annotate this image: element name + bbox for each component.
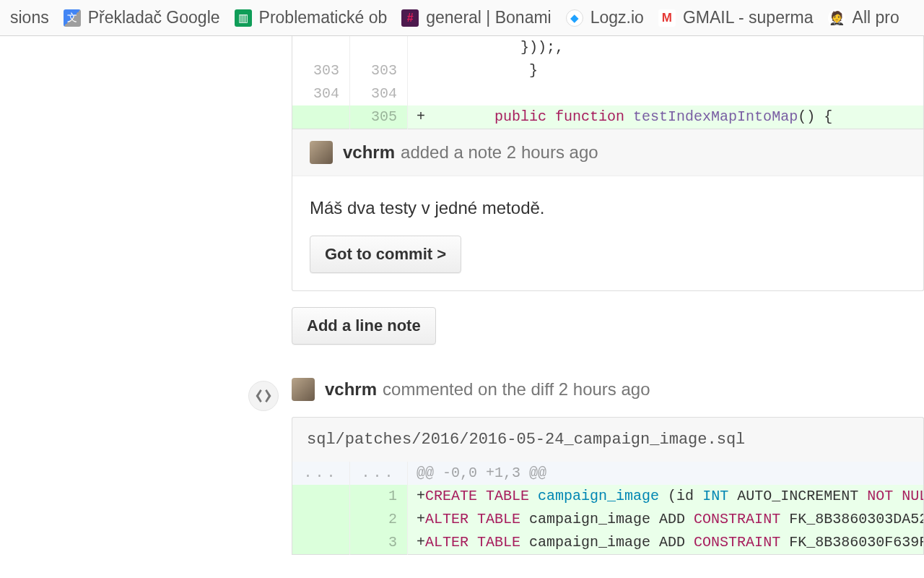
hunk-text: @@ -0,0 +1,3 @@ xyxy=(408,462,924,485)
sheets-icon xyxy=(235,9,252,27)
avatar xyxy=(310,141,333,164)
add-line-note-button[interactable]: Add a line note xyxy=(292,307,436,345)
diff-row: 305+ public function testIndexMapIntoMap… xyxy=(292,105,924,129)
timeline-header: vchrm commented on the diff 2 hours ago xyxy=(292,378,924,401)
comment-body: Máš dva testy v jedné metodě. xyxy=(292,176,923,236)
timeline-event: vchrm commented on the diff 2 hours ago … xyxy=(292,378,924,555)
line-number-old[interactable] xyxy=(292,531,350,555)
bookmark-item[interactable]: All pro xyxy=(821,0,907,35)
bookmark-item[interactable]: Překladač Google xyxy=(56,0,227,35)
bookmark-item[interactable]: GMAIL - superma xyxy=(651,0,821,35)
code-line: +ALTER TABLE campaign_image ADD CONSTRAI… xyxy=(408,531,924,555)
line-number-old[interactable] xyxy=(292,508,350,531)
jenkins-icon xyxy=(828,9,845,27)
diff-hunk-header: ... ... @@ -0,0 +1,3 @@ xyxy=(292,462,924,485)
line-number-old[interactable]: 304 xyxy=(292,82,350,105)
diff-row: 303303 } xyxy=(292,59,924,82)
bookmark-label: Logz.io xyxy=(590,8,644,27)
line-number-old[interactable]: 303 xyxy=(292,59,350,82)
bookmark-label: sions xyxy=(10,8,49,27)
line-number-new[interactable]: 3 xyxy=(350,531,408,555)
code-line: }));, xyxy=(408,36,924,59)
bookmark-item[interactable]: general | Bonami xyxy=(394,0,558,35)
line-number-old[interactable] xyxy=(292,105,350,129)
logz-icon xyxy=(566,9,583,27)
bookmark-item[interactable]: Problematické ob xyxy=(227,0,395,35)
diff-row: 304304 xyxy=(292,82,924,105)
line-number-new[interactable]: 304 xyxy=(350,82,408,105)
code-line xyxy=(408,82,924,105)
file-path[interactable]: sql/patches/2016/2016-05-24_campaign_ima… xyxy=(292,417,924,462)
avatar xyxy=(292,378,315,401)
line-number-old[interactable] xyxy=(292,485,350,508)
line-number-new[interactable]: 303 xyxy=(350,59,408,82)
diff-row: 3+ALTER TABLE campaign_image ADD CONSTRA… xyxy=(292,531,924,555)
comment-time[interactable]: 2 hours ago xyxy=(507,142,598,163)
bookmark-label: Překladač Google xyxy=(88,8,220,27)
diff-icon xyxy=(248,381,279,411)
timeline-time[interactable]: 2 hours ago xyxy=(559,379,650,400)
line-number-new[interactable]: 1 xyxy=(350,485,408,508)
bookmark-label: All pro xyxy=(853,8,899,27)
line-number-new[interactable]: 2 xyxy=(350,508,408,531)
go-to-commit-button[interactable]: Got to commit > xyxy=(310,236,461,273)
code-line: +CREATE TABLE campaign_image (id INT AUT… xyxy=(408,485,924,508)
comment-author[interactable]: vchrm xyxy=(343,142,395,163)
timeline-action: commented on the diff xyxy=(383,379,554,400)
line-number-new[interactable]: 305 xyxy=(350,105,408,129)
diff-row: 2+ALTER TABLE campaign_image ADD CONSTRA… xyxy=(292,508,924,531)
diff-row: 1+CREATE TABLE campaign_image (id INT AU… xyxy=(292,485,924,508)
bookmark-item[interactable]: sions xyxy=(3,0,56,35)
code-line: +ALTER TABLE campaign_image ADD CONSTRAI… xyxy=(408,508,924,531)
inline-comment: vchrm added a note 2 hours ago Máš dva t… xyxy=(292,129,924,291)
bookmark-label: Problematické ob xyxy=(259,8,388,27)
bookmark-label: GMAIL - superma xyxy=(683,8,814,27)
code-line: + public function testIndexMapIntoMap() … xyxy=(408,105,924,129)
diff-row: }));, xyxy=(292,36,924,59)
diff-table-1: }));, 303303 }304304 305+ public functio… xyxy=(292,36,924,129)
gmail-icon xyxy=(658,9,676,27)
inline-comment-header: vchrm added a note 2 hours ago xyxy=(292,129,923,176)
bookmark-label: general | Bonami xyxy=(426,8,551,27)
slack-icon xyxy=(401,9,419,27)
gtranslate-icon xyxy=(64,9,81,27)
bookmark-item[interactable]: Logz.io xyxy=(559,0,651,35)
code-line: } xyxy=(408,59,924,82)
comment-action: added a note xyxy=(401,142,502,163)
bookmarks-bar: sionsPřekladač GoogleProblematické obgen… xyxy=(0,0,924,36)
timeline-author[interactable]: vchrm xyxy=(325,379,377,400)
diff-table-2: ... ... @@ -0,0 +1,3 @@ 1+CREATE TABLE c… xyxy=(292,462,924,555)
